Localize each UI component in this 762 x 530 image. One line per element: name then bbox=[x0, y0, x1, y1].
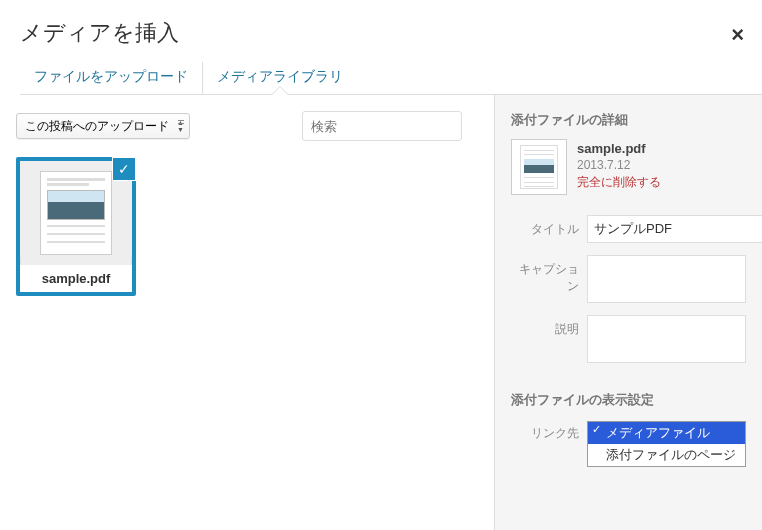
thumb-caption: sample.pdf bbox=[20, 265, 132, 292]
field-caption: キャプション bbox=[511, 255, 746, 303]
field-title: タイトル bbox=[511, 215, 746, 243]
display-heading: 添付ファイルの表示設定 bbox=[511, 391, 746, 409]
details-heading: 添付ファイルの詳細 bbox=[511, 111, 746, 129]
dropdown-option-media-file[interactable]: メディアファイル bbox=[588, 422, 745, 444]
modal-title: メディアを挿入 bbox=[20, 18, 742, 48]
attachment-thumb[interactable]: ✓ sample.pdf bbox=[16, 157, 136, 296]
file-name: sample.pdf bbox=[577, 141, 661, 156]
insert-media-modal: メディアを挿入 × ファイルをアップロード メディアライブラリ この投稿へのアッ… bbox=[0, 0, 762, 530]
tab-upload[interactable]: ファイルをアップロード bbox=[20, 62, 203, 94]
link-to-label: リンク先 bbox=[511, 421, 587, 442]
title-label: タイトル bbox=[511, 215, 587, 238]
media-grid-panel: この投稿へのアップロード ▲▼ ✓ sample.pdf bbox=[0, 95, 494, 530]
caption-label: キャプション bbox=[511, 255, 587, 295]
doc-mini-icon bbox=[520, 145, 558, 189]
field-link-to: リンク先 メディアファイル 添付ファイルのページ bbox=[511, 421, 746, 467]
attachment-details-panel: 添付ファイルの詳細 sample.pdf 2013.7.12 完全に削除する タ… bbox=[494, 95, 762, 530]
file-meta: sample.pdf 2013.7.12 完全に削除する bbox=[577, 139, 661, 195]
file-date: 2013.7.12 bbox=[577, 158, 661, 172]
filter-select[interactable]: この投稿へのアップロード bbox=[16, 113, 190, 139]
tab-library[interactable]: メディアライブラリ bbox=[203, 62, 357, 94]
title-input[interactable] bbox=[587, 215, 762, 243]
field-description: 説明 bbox=[511, 315, 746, 363]
tab-bar: ファイルをアップロード メディアライブラリ bbox=[20, 62, 762, 95]
modal-body: この投稿へのアップロード ▲▼ ✓ sample.pdf bbox=[0, 95, 762, 530]
filter-select-wrap: この投稿へのアップロード ▲▼ bbox=[16, 113, 190, 139]
close-icon[interactable]: × bbox=[731, 22, 744, 48]
search-input[interactable] bbox=[302, 111, 462, 141]
selected-check-icon[interactable]: ✓ bbox=[112, 157, 136, 181]
file-thumb bbox=[511, 139, 567, 195]
caption-input[interactable] bbox=[587, 255, 746, 303]
description-input[interactable] bbox=[587, 315, 746, 363]
file-summary: sample.pdf 2013.7.12 完全に削除する bbox=[511, 139, 746, 195]
library-toolbar: この投稿へのアップロード ▲▼ bbox=[16, 111, 478, 141]
doc-preview-icon bbox=[40, 171, 112, 255]
link-url-input[interactable]: http://www.webantena.net bbox=[587, 503, 746, 529]
delete-link[interactable]: 完全に削除する bbox=[577, 174, 661, 191]
dropdown-option-attachment-page[interactable]: 添付ファイルのページ bbox=[588, 444, 745, 466]
modal-header: メディアを挿入 × bbox=[0, 0, 762, 48]
link-to-dropdown[interactable]: メディアファイル 添付ファイルのページ bbox=[587, 421, 746, 467]
description-label: 説明 bbox=[511, 315, 587, 338]
